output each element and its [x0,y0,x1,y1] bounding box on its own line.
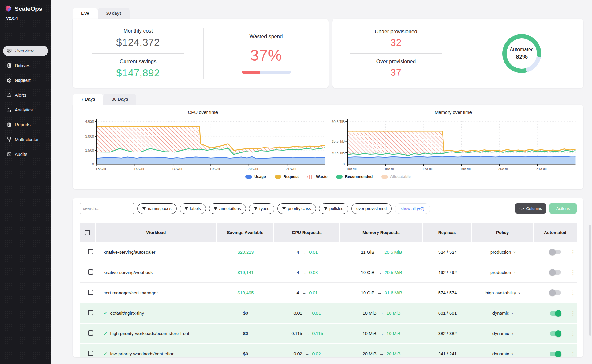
workload-name: low-priority-workloads/best-effort [110,351,175,356]
table-row[interactable]: ✓default/nginx-tiny$00.01→0.0110 MiB→10 … [80,303,577,323]
svg-text:19/Oct: 19/Oct [210,167,220,171]
sidebar-item-support[interactable]: Support [3,75,48,86]
actions-button[interactable]: Actions [549,203,577,214]
filter-types[interactable]: types [249,203,274,214]
row-menu-icon[interactable]: ⋮ [570,351,575,357]
tab-7-days[interactable]: 7 Days [73,94,103,105]
logo[interactable]: ScaleOps [0,0,51,14]
row-checkbox[interactable] [88,351,93,356]
filter-policies[interactable]: policies [319,203,348,214]
replicas-cell: 574 / 574 [423,290,472,295]
legend-recommended[interactable]: Recommended [336,175,373,179]
sidebar-footer: Settings Docs Support [3,46,48,360]
table-row[interactable]: ✓low-priority-workloads/best-effort$00.0… [80,343,577,357]
workload-name: cert-manager/cert-manager [104,290,158,295]
row-checkbox[interactable] [88,269,93,275]
row-menu-icon[interactable]: ⋮ [570,310,575,317]
policy-select[interactable]: high-availability∨ [472,290,534,295]
under-provisioned-value: 32 [332,37,460,48]
sidebar-item-label: Docs [15,63,25,68]
workload-cell: ✓high-priority-workloads/ecom-store-fron… [96,331,217,336]
savings-cell: $19,141 [217,270,274,275]
filter-over-provisioned[interactable]: over provisioned [351,203,392,214]
row-menu-icon[interactable]: ⋮ [570,289,575,296]
legend-request[interactable]: Request [275,175,299,179]
tab-30-days[interactable]: 30 days [98,8,130,19]
policy-select[interactable]: dynamic∨ [472,331,534,336]
monthly-cost-value: $124,372 [73,37,203,48]
filter-priority-class[interactable]: priority class [277,203,316,214]
cpu-chart-title: CPU over time [79,110,327,115]
header-memory[interactable]: Memory Requests [340,223,423,242]
table-row[interactable]: knative-serving/autoscaler$20,2134→0.011… [80,242,577,262]
memory-requests-cell: 11 GiB→20.5 MiB [340,250,423,255]
legend-usage[interactable]: Usage [245,175,266,179]
row-checkbox[interactable] [88,330,93,336]
arrow-right-icon: → [302,290,307,295]
row-checkbox[interactable] [88,249,93,254]
policy-select[interactable]: dynamic∨ [472,351,534,356]
filter-labels[interactable]: labels [180,203,206,214]
automated-toggle[interactable] [550,270,561,275]
replicas-cell: 241 / 241 [423,351,472,356]
cpu-requests-cell: 4→0.01 [274,290,340,295]
automated-toggle[interactable] [550,250,561,254]
row-menu-icon[interactable]: ⋮ [570,249,575,255]
cpu-chart-plot[interactable]: 4,6203,0001,500015/Oct16/Oct17/Oct19/Oct… [79,117,327,172]
savings-cell: $18,495 [217,290,274,295]
legend-allocatable[interactable]: Allocatable [381,175,411,179]
header-workload[interactable]: Workload [96,223,217,242]
chevron-down-icon: ∨ [513,271,516,274]
row-menu-icon[interactable]: ⋮ [570,269,575,276]
automated-check-icon: ✓ [104,331,108,336]
chevron-down-icon: ∨ [511,332,513,335]
overview-tabs: Live 30 days [73,8,583,19]
table-row[interactable]: knative-serving/webhook$19,1414→0.0810 G… [80,262,577,282]
workload-name: high-priority-workloads/ecom-store-front [110,331,189,336]
workload-cell: knative-serving/webhook [96,270,217,275]
chevron-down-icon: ∨ [511,352,513,356]
header-policy[interactable]: Policy [472,223,534,242]
arrow-right-icon: → [379,331,384,336]
automated-toggle[interactable] [550,352,561,356]
memory-chart-plot[interactable]: 30.8 TiB15.5 TiB30.8 TiB015/Oct16/Oct17/… [329,117,578,172]
show-all-filters-button[interactable]: show all (+7) [395,203,430,214]
row-checkbox[interactable] [88,310,93,315]
policy-select[interactable]: production∨ [472,250,534,255]
header-checkbox[interactable] [85,230,90,235]
filter-annotations[interactable]: annotations [209,203,246,214]
policy-select[interactable]: dynamic∨ [472,311,534,316]
automated-check-icon: ✓ [104,351,108,357]
chart-legend: Usage Request Waste Recommended Allocata… [79,175,577,179]
workload-cell: ✓default/nginx-tiny [96,310,217,316]
table-row[interactable]: cert-manager/cert-manager$18,4954→0.0110… [80,282,577,303]
automated-cell: ⋮ [534,344,577,357]
row-menu-icon[interactable]: ⋮ [570,330,575,337]
search-input[interactable] [80,203,134,214]
header-replicas[interactable]: Replicas [423,223,472,242]
page-scrollbar[interactable] [589,225,591,336]
table-row[interactable]: ✓high-priority-workloads/ecom-store-fron… [80,323,577,343]
columns-button[interactable]: Columns [515,203,546,214]
svg-text:1,500: 1,500 [85,148,94,152]
tab-live[interactable]: Live [73,8,98,19]
docs-icon [7,63,12,68]
workload-cell: ✓low-priority-workloads/best-effort [96,351,217,357]
automated-toggle[interactable] [550,331,561,336]
policy-select[interactable]: production∨ [472,270,534,275]
automated-toggle[interactable] [550,311,561,316]
arrow-right-icon: → [305,331,310,336]
row-checkbox[interactable] [88,290,93,295]
funnel-icon [185,207,188,210]
header-automated[interactable]: Automated [534,223,577,242]
header-cpu[interactable]: CPU Requests [274,223,340,242]
allocatable-swatch-icon [381,175,388,179]
header-savings[interactable]: Savings Available [217,223,274,242]
filter-namespaces[interactable]: namespaces [137,203,177,214]
automated-toggle[interactable] [550,290,561,295]
legend-waste[interactable]: Waste [307,175,327,179]
sidebar-item-docs[interactable]: Docs [3,60,48,71]
wasted-spend-bar [242,71,291,74]
tab-30-days-charts[interactable]: 30 Days [103,94,136,105]
sidebar-item-settings[interactable]: Settings [3,46,48,56]
